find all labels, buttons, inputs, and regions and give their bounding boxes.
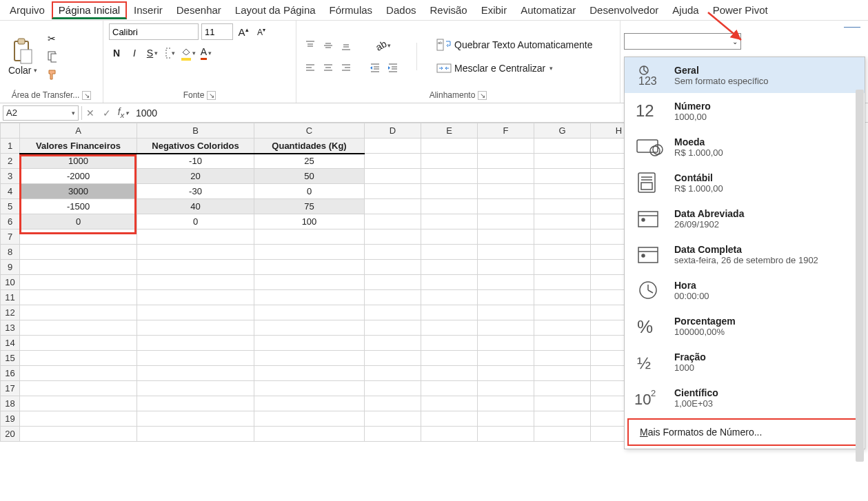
- cell[interactable]: [534, 154, 591, 169]
- format-painter-button[interactable]: [44, 67, 59, 82]
- number-format-option-fraction[interactable]: ½Fração1000: [625, 344, 865, 380]
- cell[interactable]: [365, 396, 421, 411]
- row-header[interactable]: 9: [1, 260, 20, 275]
- col-header-f[interactable]: F: [478, 123, 534, 139]
- cell[interactable]: [254, 305, 365, 320]
- font-name-select[interactable]: [109, 23, 199, 40]
- tab-exibir[interactable]: Exibir: [474, 1, 514, 19]
- cell[interactable]: [254, 275, 365, 290]
- cell[interactable]: [365, 199, 421, 214]
- cell[interactable]: [137, 305, 254, 320]
- font-size-select[interactable]: [201, 23, 233, 40]
- cell[interactable]: 40: [137, 199, 254, 214]
- number-format-option-shortdate[interactable]: Data Abreviada26/09/1902: [625, 201, 865, 236]
- cell[interactable]: [534, 229, 591, 245]
- clipboard-launcher[interactable]: ↘: [82, 91, 91, 100]
- cell[interactable]: [534, 199, 591, 214]
- cell[interactable]: [20, 427, 137, 442]
- row-header[interactable]: 20: [1, 427, 20, 442]
- row-header[interactable]: 11: [1, 290, 20, 305]
- cell[interactable]: [20, 260, 137, 275]
- cell[interactable]: [365, 260, 421, 275]
- cell[interactable]: [534, 290, 591, 305]
- number-format-option-number[interactable]: 12Número1000,00: [625, 93, 865, 129]
- scrollbar-thumb[interactable]: [856, 90, 864, 462]
- cell[interactable]: [421, 305, 478, 320]
- tab-inserir[interactable]: Inserir: [127, 1, 170, 19]
- row-header[interactable]: 5: [1, 199, 20, 214]
- cell[interactable]: [421, 260, 478, 275]
- paste-button[interactable]: Colar▾: [6, 36, 40, 77]
- row-header[interactable]: 1: [1, 139, 20, 154]
- cell[interactable]: [254, 366, 365, 381]
- number-format-option-accounting[interactable]: ContábilR$ 1.000,00: [625, 165, 865, 201]
- cell[interactable]: [421, 381, 478, 396]
- bold-button[interactable]: N: [109, 45, 124, 61]
- column-headers[interactable]: A B C D E F G H: [1, 123, 647, 139]
- cell[interactable]: [534, 214, 591, 229]
- cell[interactable]: [137, 411, 254, 427]
- cell[interactable]: [421, 336, 478, 351]
- cell[interactable]: [20, 396, 137, 411]
- cell[interactable]: [478, 260, 534, 275]
- row-header[interactable]: 13: [1, 320, 20, 336]
- col-header-a[interactable]: A: [20, 123, 137, 139]
- tab-revisao[interactable]: Revisão: [423, 1, 474, 19]
- cell[interactable]: [478, 427, 534, 442]
- cell[interactable]: [534, 260, 591, 275]
- row-header[interactable]: 10: [1, 275, 20, 290]
- cell[interactable]: 75: [254, 199, 365, 214]
- cell[interactable]: [478, 245, 534, 260]
- cell[interactable]: [421, 275, 478, 290]
- cell[interactable]: [365, 214, 421, 229]
- cell[interactable]: [421, 411, 478, 427]
- wrap-text-button[interactable]: ab Quebrar Texto Automaticamente: [434, 37, 596, 52]
- cell[interactable]: [421, 290, 478, 305]
- cell[interactable]: [365, 275, 421, 290]
- cell[interactable]: [365, 366, 421, 381]
- cell[interactable]: [20, 275, 137, 290]
- increase-font-button[interactable]: A▴: [236, 24, 251, 39]
- cell[interactable]: 3000: [20, 184, 137, 199]
- cell[interactable]: [478, 139, 534, 154]
- tab-arquivo[interactable]: Arquivo: [3, 1, 52, 19]
- cell[interactable]: [365, 411, 421, 427]
- cell[interactable]: [534, 351, 591, 366]
- tab-ajuda[interactable]: Ajuda: [665, 1, 705, 19]
- row-header[interactable]: 19: [1, 411, 20, 427]
- col-header-d[interactable]: D: [365, 123, 421, 139]
- tab-pagina-inicial[interactable]: Página Inicial: [52, 1, 127, 19]
- row-header[interactable]: 16: [1, 366, 20, 381]
- cell[interactable]: [478, 305, 534, 320]
- cell[interactable]: [254, 336, 365, 351]
- cell[interactable]: [137, 381, 254, 396]
- cell[interactable]: [137, 427, 254, 442]
- number-format-option-longdate[interactable]: Data Completasexta-feira, 26 de setembro…: [625, 236, 865, 272]
- fill-color-button[interactable]: ▾: [181, 45, 196, 61]
- cell[interactable]: [254, 320, 365, 336]
- cell[interactable]: [534, 275, 591, 290]
- cell[interactable]: [478, 154, 534, 169]
- cancel-formula-button[interactable]: ✕: [82, 108, 99, 119]
- align-right-button[interactable]: [338, 60, 353, 75]
- cell[interactable]: [254, 381, 365, 396]
- underline-button[interactable]: S▾: [145, 45, 160, 61]
- cell[interactable]: [254, 245, 365, 260]
- cell[interactable]: [20, 351, 137, 366]
- cell[interactable]: [254, 396, 365, 411]
- cell[interactable]: [478, 320, 534, 336]
- tab-desenvolvedor[interactable]: Desenvolvedor: [583, 1, 665, 19]
- cell[interactable]: [478, 214, 534, 229]
- insert-function-button[interactable]: fx▾: [115, 106, 132, 119]
- tab-formulas[interactable]: Fórmulas: [323, 1, 380, 19]
- cell[interactable]: [137, 320, 254, 336]
- row-header[interactable]: 15: [1, 351, 20, 366]
- cell[interactable]: [478, 184, 534, 199]
- cell[interactable]: 0: [254, 184, 365, 199]
- copy-button[interactable]: [44, 49, 59, 64]
- cell[interactable]: Valores Financeiros: [20, 139, 137, 154]
- font-launcher[interactable]: ↘: [207, 91, 216, 100]
- cell[interactable]: [421, 154, 478, 169]
- increase-indent-button[interactable]: [385, 60, 400, 75]
- cell[interactable]: Quantidades (Kg): [254, 139, 365, 154]
